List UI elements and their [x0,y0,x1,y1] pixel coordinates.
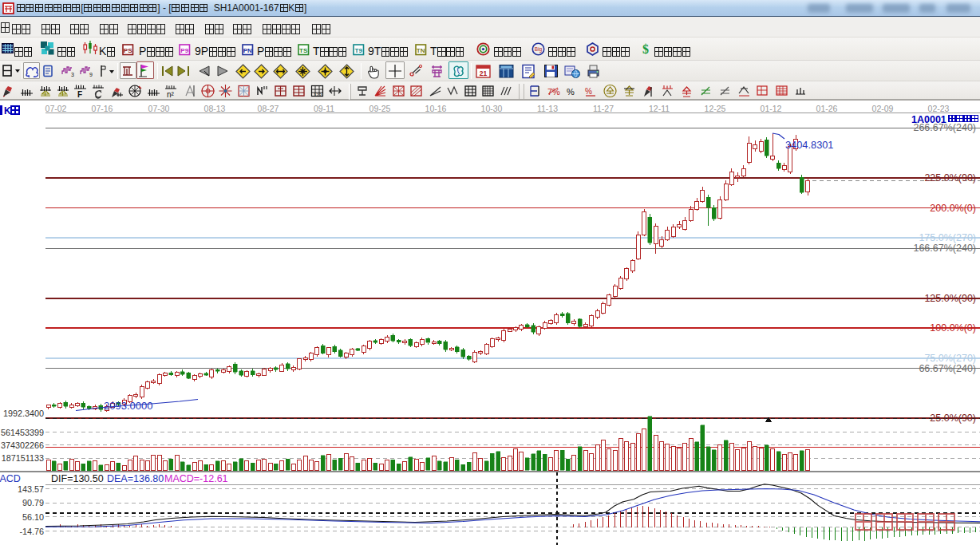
svg-text:PN: PN [243,47,252,54]
svg-text:125.0%(90): 125.0%(90) [924,293,976,304]
svg-text:9: 9 [89,72,93,77]
svg-text:10-30: 10-30 [481,104,503,113]
svg-text:Big: Big [535,46,543,53]
svg-text:PS: PS [124,47,132,54]
svg-text:11-13: 11-13 [537,104,558,113]
svg-text:01-12: 01-12 [761,104,782,113]
svg-text:3: 3 [71,72,74,77]
svg-text:02-09: 02-09 [872,104,894,113]
svg-text:08-13: 08-13 [204,104,226,113]
svg-text:561453399: 561453399 [1,428,44,437]
svg-text:1992.3400: 1992.3400 [3,409,44,418]
svg-text:123: 123 [314,93,322,97]
svg-text:3404.8301: 3404.8301 [785,139,834,151]
svg-text:66.67%(240): 66.67%(240) [919,363,976,374]
svg-text:100.0%(0): 100.0%(0) [930,322,976,334]
svg-text:F: F [77,90,82,99]
svg-text:56.10: 56.10 [22,512,44,522]
svg-text:07-02: 07-02 [45,104,67,113]
svg-text:MACD: MACD [0,473,21,484]
svg-text:%: % [567,87,575,97]
svg-text:01-26: 01-26 [816,104,838,113]
svg-text:MACD=-12.61: MACD=-12.61 [164,473,228,484]
svg-text:P9: P9 [180,47,188,54]
svg-text:1A0001: 1A0001 [911,114,946,125]
svg-text:09-11: 09-11 [314,104,334,113]
svg-text:T9: T9 [355,47,363,54]
svg-text:TN: TN [417,47,425,54]
svg-text:175.0%(270): 175.0%(270) [919,232,976,243]
svg-text:08-27: 08-27 [258,104,279,113]
svg-text:DEA=136.80: DEA=136.80 [107,473,164,484]
svg-text:225.0%(90): 225.0%(90) [924,172,976,184]
svg-text:K: K [4,105,11,117]
svg-text:25.0%(90): 25.0%(90) [930,413,976,424]
svg-text:07-16: 07-16 [92,104,113,113]
svg-text:DIF=130.50: DIF=130.50 [51,473,104,484]
svg-text:12-25: 12-25 [705,104,726,113]
svg-text:166.67%(240): 166.67%(240) [913,243,976,254]
svg-text:10-16: 10-16 [425,104,447,113]
svg-text:12-11: 12-11 [649,104,670,113]
svg-text:07-30: 07-30 [148,104,170,113]
svg-text:374302266: 374302266 [1,440,44,450]
svg-text:200.0%(0): 200.0%(0) [930,203,976,214]
svg-text:-14.76: -14.76 [19,527,44,536]
svg-text:2093.0000: 2093.0000 [104,400,152,412]
svg-text:$: $ [642,42,649,56]
svg-text:21: 21 [480,69,488,77]
svg-text:11-27: 11-27 [593,104,614,113]
svg-text:7%: 7% [547,87,560,97]
svg-text:187151133: 187151133 [2,453,44,463]
svg-text:n²: n² [167,90,175,99]
svg-text:143.57: 143.57 [18,484,44,494]
svg-text:TS: TS [299,47,308,54]
svg-text:09-25: 09-25 [369,104,391,113]
svg-text:90.79: 90.79 [22,498,44,507]
svg-text:%: % [585,87,592,96]
svg-text:02-23: 02-23 [928,104,950,113]
